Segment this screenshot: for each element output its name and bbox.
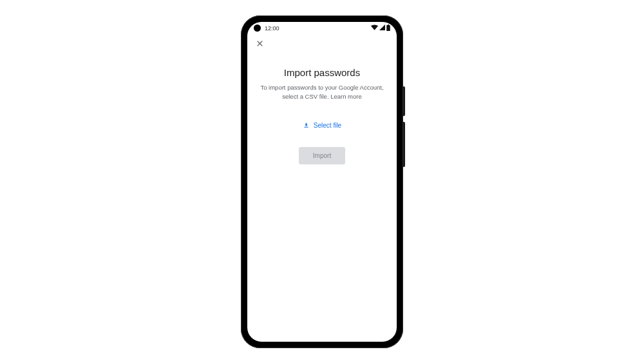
signal-icon [379, 25, 385, 30]
camera-hole [254, 25, 261, 32]
import-button[interactable]: Import [299, 147, 345, 164]
phone-screen: 12:00 Import passwords To import passwor… [247, 22, 397, 342]
close-icon [256, 39, 264, 48]
app-bar [247, 35, 397, 53]
learn-more-link[interactable]: Learn more [330, 93, 362, 100]
phone-frame: 12:00 Import passwords To import passwor… [241, 15, 403, 348]
status-icons [371, 25, 390, 31]
select-file-button[interactable]: Select file [298, 119, 346, 132]
status-bar: 12:00 [247, 22, 397, 35]
status-time: 12:00 [265, 25, 279, 32]
page-title: Import passwords [258, 67, 386, 78]
battery-icon [386, 25, 390, 31]
close-button[interactable] [252, 37, 267, 51]
phone-side-button [403, 122, 405, 167]
select-file-label: Select file [314, 122, 341, 129]
wifi-icon [371, 25, 378, 30]
page-subtitle: To import passwords to your Google Accou… [258, 83, 386, 102]
main-content: Import passwords To import passwords to … [247, 53, 397, 165]
subtitle-text-line2: select a CSV file. [282, 93, 328, 100]
subtitle-text-line1: To import passwords to your Google Accou… [260, 84, 383, 91]
phone-side-button [403, 86, 405, 116]
download-icon [303, 122, 310, 129]
